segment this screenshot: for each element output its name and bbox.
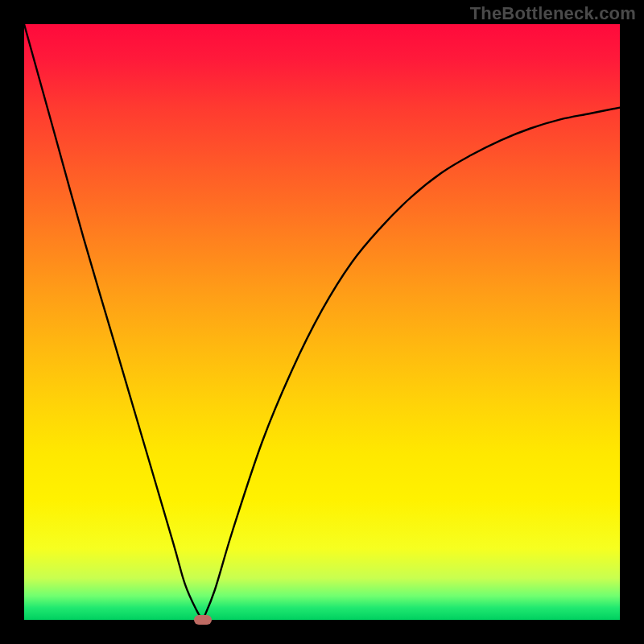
watermark-text: TheBottleneck.com xyxy=(470,3,636,24)
bottleneck-curve xyxy=(24,24,620,620)
curve-path xyxy=(24,24,620,622)
dip-marker xyxy=(194,615,212,625)
plot-area xyxy=(24,24,620,620)
chart-frame: TheBottleneck.com xyxy=(0,0,644,644)
